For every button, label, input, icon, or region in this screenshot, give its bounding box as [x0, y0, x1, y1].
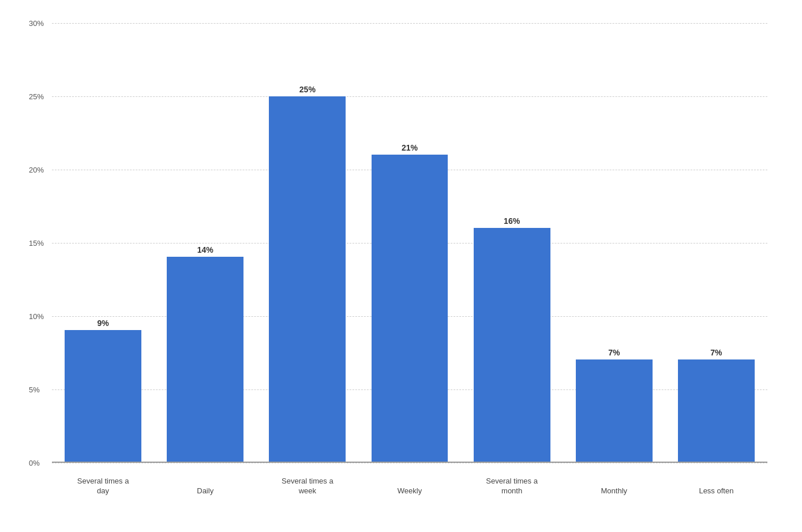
- bar-value-label: 9%: [97, 319, 108, 328]
- bar-x-label: Less often: [679, 486, 754, 496]
- bar-group: 16%Several times amonth: [461, 23, 563, 462]
- bar-group: 14%Daily: [154, 23, 256, 462]
- y-tick-label: 15%: [29, 239, 44, 248]
- bar-value-label: 25%: [299, 85, 316, 94]
- bar: [269, 96, 346, 462]
- bar-value-label: 7%: [608, 348, 620, 357]
- y-tick-label: 5%: [29, 385, 40, 394]
- x-axis-line: [52, 462, 767, 463]
- grid-line: [52, 463, 767, 463]
- bar-x-label: Weekly: [372, 486, 447, 496]
- bar-x-label: Several times aweek: [270, 477, 345, 496]
- y-tick-label: 20%: [29, 165, 44, 174]
- y-tick-label: 10%: [29, 312, 44, 321]
- bar-x-label: Daily: [168, 486, 243, 496]
- bar-group: 7%Less often: [665, 23, 767, 462]
- y-tick-label: 30%: [29, 19, 44, 28]
- bar: [65, 330, 141, 462]
- bar-group: 21%Weekly: [358, 23, 460, 462]
- chart-container: 30%25%20%15%10%5%0% 9%Several times aday…: [0, 0, 802, 532]
- chart-area: 30%25%20%15%10%5%0% 9%Several times aday…: [52, 23, 767, 463]
- bar-x-label: Several times aday: [66, 477, 141, 496]
- bars-container: 9%Several times aday14%Daily25%Several t…: [52, 23, 767, 463]
- bar-value-label: 16%: [504, 216, 520, 226]
- bar-x-label: Several times amonth: [474, 477, 549, 496]
- bar: [576, 359, 653, 462]
- bar-x-label: Monthly: [576, 486, 651, 496]
- bar-value-label: 14%: [197, 245, 213, 254]
- bar: [167, 257, 243, 462]
- bar-value-label: 7%: [710, 348, 722, 357]
- bar-value-label: 21%: [402, 143, 418, 152]
- bar-group: 7%Monthly: [563, 23, 665, 462]
- bar-group: 9%Several times aday: [52, 23, 154, 462]
- bar: [372, 155, 448, 462]
- y-tick-label: 25%: [29, 92, 44, 101]
- bar-group: 25%Several times aweek: [256, 23, 358, 462]
- bar: [474, 228, 550, 462]
- bar: [678, 359, 755, 462]
- y-tick-label: 0%: [29, 459, 40, 467]
